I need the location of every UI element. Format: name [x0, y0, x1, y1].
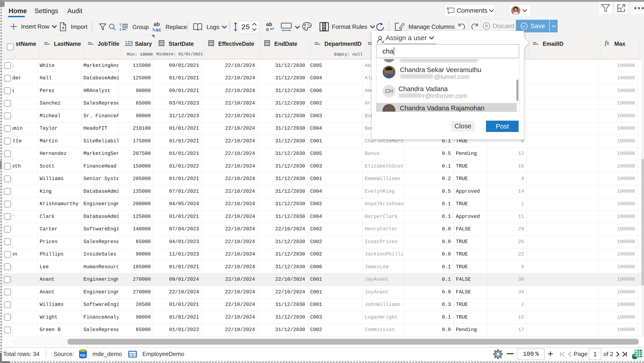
svg-text:ab: ab: [154, 22, 160, 27]
svg-text:c: c: [266, 26, 269, 31]
svg-text:ac: ac: [156, 27, 162, 32]
svg-text:SQL: SQL: [80, 354, 86, 357]
